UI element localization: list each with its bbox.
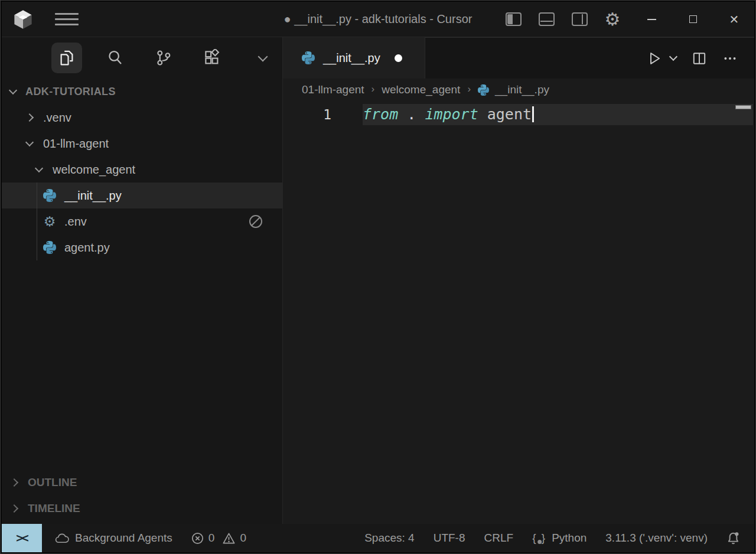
root-folder-label: ADK-TUTORIALS (25, 86, 116, 98)
problems-item[interactable]: 0 0 (191, 532, 246, 545)
maximize-button[interactable] (683, 11, 702, 28)
tree-item-venv[interactable]: .venv (2, 105, 282, 131)
keyword-token: from (363, 106, 398, 123)
breadcrumb-separator: › (467, 83, 471, 95)
tree-item-env[interactable]: ⚙ .env (2, 208, 282, 234)
notifications-bell-icon[interactable] (726, 532, 740, 545)
source-control-icon[interactable] (148, 43, 179, 73)
tree-item-init-py[interactable]: __init__.py (2, 183, 282, 208)
python-file-icon (478, 84, 489, 96)
settings-gear-icon[interactable]: ⚙ (603, 11, 622, 28)
overview-ruler-marker[interactable] (735, 105, 751, 109)
breadcrumb-separator: › (372, 83, 375, 95)
warnings-icon (223, 532, 235, 545)
identifier-token: agent (478, 106, 532, 123)
activity-bar (2, 37, 282, 79)
gear-file-icon: ⚙ (43, 215, 56, 228)
tab-bar: __init__.py (283, 37, 754, 79)
errors-count: 0 (208, 532, 215, 545)
more-views-chevron-icon[interactable] (247, 43, 278, 73)
tab-label: __init__.py (323, 51, 380, 65)
run-dropdown-chevron-icon[interactable] (670, 57, 676, 60)
line-number: 1 (283, 104, 331, 125)
encoding-item[interactable]: UTF-8 (434, 532, 465, 545)
breadcrumb: 01-llm-agent › welcome_agent › __init__.… (283, 79, 754, 101)
excluded-badge-icon (249, 215, 262, 228)
text-caret (532, 106, 534, 122)
cursor-logo-icon (12, 9, 34, 30)
chevron-down-icon (9, 86, 17, 94)
breadcrumb-folder[interactable]: 01-llm-agent (302, 83, 364, 96)
modified-dot-icon[interactable] (395, 54, 402, 62)
chevron-right-icon (10, 504, 18, 513)
chevron-down-icon (25, 138, 34, 146)
remote-indicator[interactable]: >< (2, 524, 42, 552)
minimize-button[interactable] (642, 11, 661, 28)
editor-group: __init__.py (283, 37, 754, 524)
python-file-icon (43, 241, 56, 254)
tree-root-folder[interactable]: ADK-TUTORIALS (2, 79, 282, 105)
close-button[interactable]: ✕ (725, 11, 744, 28)
toggle-primary-sidebar-icon[interactable] (504, 11, 523, 28)
indent-guide (37, 183, 37, 260)
status-bar: >< Background Agents 0 0 Spaces: 4 (2, 524, 754, 552)
tree-item-agent-py[interactable]: agent.py (2, 234, 282, 260)
search-icon[interactable] (100, 43, 131, 73)
tab-init-py[interactable]: __init__.py (283, 37, 425, 79)
code-text: from . import agent (363, 104, 534, 125)
eol-item[interactable]: CRLF (484, 532, 514, 545)
background-agents-item[interactable]: Background Agents (55, 532, 172, 545)
tree-item-01-llm-agent[interactable]: 01-llm-agent (2, 131, 282, 157)
run-button[interactable] (647, 51, 662, 66)
split-editor-icon[interactable] (692, 51, 707, 66)
timeline-section-header[interactable]: TIMELINE (2, 496, 282, 522)
menu-hamburger-icon[interactable] (55, 12, 79, 27)
explorer-files-icon[interactable] (51, 43, 82, 73)
code-editor[interactable]: 1 from . import agent (283, 101, 754, 524)
indentation-item[interactable]: Spaces: 4 (364, 532, 415, 545)
outline-section-header[interactable]: OUTLINE (2, 470, 282, 496)
warnings-count: 0 (240, 532, 246, 545)
tab-strip-empty (425, 37, 754, 79)
breadcrumb-folder[interactable]: welcome_agent (382, 83, 460, 96)
python-file-icon (43, 189, 56, 202)
title-bar: ● __init__.py - adk-tutorials - Cursor ⚙… (2, 2, 754, 37)
code-line-1: 1 from . import agent (283, 104, 754, 125)
chevron-down-icon (35, 164, 43, 172)
tree-item-welcome-agent[interactable]: welcome_agent (2, 157, 282, 183)
python-file-icon (302, 51, 315, 64)
language-mode-item[interactable]: {.} Python (532, 532, 586, 545)
sidebar-explorer: ADK-TUTORIALS .venv 01-llm-agent welcome… (2, 37, 283, 524)
chevron-right-icon (25, 113, 34, 122)
braces-icon: {.} (532, 532, 546, 545)
cloud-icon (55, 533, 70, 544)
breadcrumb-file[interactable]: __init__.py (495, 83, 549, 96)
toggle-panel-icon[interactable] (537, 11, 556, 28)
more-actions-ellipsis-icon[interactable] (722, 51, 738, 66)
file-tree: ADK-TUTORIALS .venv 01-llm-agent welcome… (2, 79, 282, 470)
toggle-secondary-sidebar-icon[interactable] (570, 11, 589, 28)
punct-token: . (398, 106, 425, 123)
extensions-icon[interactable] (197, 43, 227, 73)
app-window: ● __init__.py - adk-tutorials - Cursor ⚙… (0, 0, 756, 554)
errors-icon (191, 532, 204, 545)
chevron-right-icon (10, 478, 18, 487)
keyword-token: import (425, 106, 478, 123)
python-interpreter-item[interactable]: 3.11.3 ('.venv': venv) (605, 532, 708, 545)
